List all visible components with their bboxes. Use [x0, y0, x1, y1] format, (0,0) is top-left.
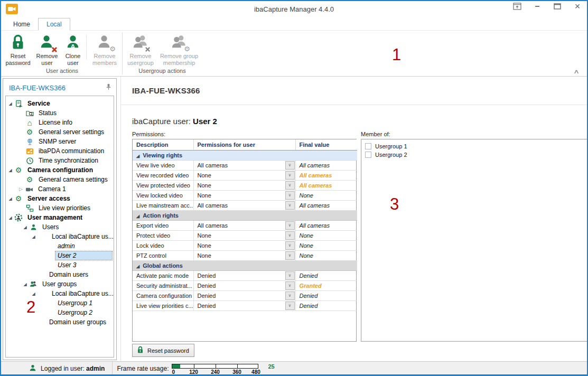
dropdown-button[interactable]: ∨ — [285, 292, 295, 300]
tree-item-ibapda-communication[interactable]: ibaPDA communication — [6, 146, 114, 156]
expand-arrow-icon[interactable]: ◢ — [22, 282, 29, 287]
annotation-2: 2 — [26, 299, 35, 315]
lock-icon — [9, 33, 27, 51]
column-header[interactable]: Final value — [295, 139, 357, 150]
tree-item-usergroup-2[interactable]: Usergroup 2 — [6, 308, 114, 317]
dropdown-button[interactable]: ∨ — [285, 191, 295, 200]
ribbon-group-separator — [122, 32, 123, 74]
clone-user-icon: A — [64, 33, 82, 51]
server-title: IBA-FUE-WKS366 — [121, 77, 588, 105]
tree-item-user-groups[interactable]: ◢ User groups — [6, 279, 114, 289]
ribbon-group-label: Usergroup actions — [124, 67, 201, 76]
tree-item-local-ibacapture-usergroups[interactable]: ◢ Local ibaCapture us... — [6, 289, 114, 298]
group-row-action-rights[interactable]: ◢Action rights — [133, 210, 357, 220]
tree-item-usergroup-1[interactable]: Usergroup 1 — [6, 298, 114, 308]
tree-item-time-synchronization[interactable]: Time synchronization — [6, 156, 114, 165]
license-icon: ⌂ — [25, 118, 34, 127]
maximize-button[interactable] — [553, 2, 562, 11]
tree-item-domain-user-groups[interactable]: Domain user groups — [6, 317, 114, 327]
status-icon — [25, 109, 34, 117]
dropdown-button[interactable]: ∨ — [285, 251, 295, 260]
group-row-viewing-rights[interactable]: ◢Viewing rights — [133, 150, 357, 160]
member-usergroup-1[interactable]: Usergroup 1 — [365, 142, 584, 151]
reset-password-button[interactable]: Reset password — [3, 31, 33, 66]
tree-item-camera-configuration[interactable]: ◢ ⚙ Camera configuration — [6, 165, 114, 175]
member-usergroup-2[interactable]: Usergroup 2 — [365, 151, 584, 159]
remove-usergroup-button[interactable]: Remove usergroup — [124, 31, 157, 66]
table-row: Security administrat... Denied∨ Granted — [133, 280, 357, 290]
expand-arrow-icon[interactable]: ◢ — [7, 215, 14, 220]
tree-item-local-ibacapture-users[interactable]: ◢ Local ibaCapture us... — [6, 232, 114, 241]
tab-local[interactable]: Local — [38, 18, 70, 31]
dropdown-button[interactable]: ∨ — [285, 181, 295, 190]
collapsed-arrow-icon[interactable]: ▷ — [17, 186, 24, 192]
frame-rate-value: 25 — [268, 363, 274, 370]
collapse-ribbon-icon[interactable]: ∧ — [573, 68, 580, 75]
camera-icon — [24, 185, 34, 193]
group-row-global-actions[interactable]: ◢Global actions — [133, 260, 357, 270]
minimize-button[interactable]: – — [533, 2, 542, 11]
checkbox-icon[interactable] — [365, 143, 371, 149]
globe-icon — [25, 137, 34, 146]
column-header[interactable]: Description — [133, 139, 193, 150]
tree-item-server-access[interactable]: ◢ ⚙ Server access — [6, 194, 114, 203]
pin-window-icon[interactable] — [513, 2, 521, 11]
tree-item-user-2[interactable]: User 2 — [6, 251, 114, 260]
user-management-icon — [14, 213, 23, 222]
dropdown-button[interactable]: ∨ — [285, 171, 295, 180]
permissions-label: Permissions: — [132, 131, 357, 137]
remove-members-button[interactable]: ⚙ Remove members — [88, 31, 121, 66]
clone-user-button[interactable]: A Clone user — [61, 31, 85, 66]
dropdown-button[interactable]: ∨ — [285, 241, 295, 250]
expand-arrow-icon[interactable]: ◢ — [7, 168, 14, 173]
logged-in-label: Logged in user: admin — [41, 365, 105, 372]
table-row: View locked video None∨ None — [133, 190, 357, 200]
gauge-tick-label: 240 — [211, 369, 220, 375]
remove-members-icon: ⚙ — [96, 33, 114, 51]
table-row: View live video All cameras∨ All cameras — [133, 160, 357, 170]
expand-arrow-icon[interactable]: ◢ — [7, 101, 14, 106]
tree-item-service[interactable]: ◢ Service — [6, 99, 114, 108]
expand-arrow-icon[interactable]: ◢ — [7, 196, 14, 201]
expand-arrow-icon[interactable]: ◢ — [22, 225, 29, 230]
sidebar-title: IBA-FUE-WKS366 — [9, 84, 66, 92]
tree-item-snmp-server[interactable]: SNMP server — [6, 137, 114, 146]
dropdown-button[interactable]: ∨ — [285, 221, 295, 230]
tree-item-live-view-priorities[interactable]: Live view priorities — [6, 203, 114, 213]
frame-rate-label: Frame rate usage: — [117, 365, 169, 372]
close-button[interactable]: × — [573, 2, 582, 11]
dropdown-button[interactable]: ∨ — [285, 231, 295, 240]
column-header[interactable]: Permissions for user — [193, 139, 295, 150]
tree-item-admin[interactable]: admin — [6, 241, 114, 251]
tree-item-license-info[interactable]: ⌂ License info — [6, 118, 114, 127]
dropdown-button[interactable]: ∨ — [285, 281, 295, 290]
dropdown-button[interactable]: ∨ — [285, 302, 295, 310]
user-group-icon — [29, 280, 38, 288]
tree-item-general-server-settings[interactable]: ⚙ General server settings — [6, 127, 114, 137]
app-logo-icon — [6, 4, 18, 14]
gear-icon: ⚙ — [25, 175, 34, 184]
tree-item-domain-users[interactable]: Domain users — [6, 270, 114, 279]
expand-arrow-icon[interactable]: ◢ — [30, 234, 37, 239]
tree-item-camera-1[interactable]: ▷ Camera 1 — [6, 184, 114, 194]
reset-password-footer-button[interactable]: Reset password — [132, 344, 194, 357]
remove-group-membership-icon: ⚙ — [170, 33, 188, 51]
tree-item-status[interactable]: Status — [6, 108, 114, 118]
remove-user-button[interactable]: Remove user — [33, 31, 61, 66]
checkbox-icon[interactable] — [365, 152, 371, 158]
sidebar-panel: IBA-FUE-WKS366 ◢ Service Status ⌂ Licen — [3, 78, 117, 360]
tree-item-user-management[interactable]: ◢ User management — [6, 213, 114, 222]
group-collapse-icon: ◢ — [136, 154, 139, 158]
tree-item-users[interactable]: ◢ Users — [6, 222, 114, 232]
pin-icon[interactable] — [106, 83, 111, 92]
tree-item-general-camera-settings[interactable]: ⚙ General camera settings — [6, 175, 114, 184]
frame-rate-gauge: 0 120 240 360 480 — [172, 363, 263, 376]
tree-item-user-3[interactable]: User 3 — [6, 260, 114, 270]
dropdown-button[interactable]: ∨ — [285, 201, 295, 210]
dropdown-button[interactable]: ∨ — [285, 161, 295, 170]
remove-group-membership-button[interactable]: ⚙ Remove group membership — [157, 31, 201, 66]
dropdown-button[interactable]: ∨ — [285, 271, 295, 280]
gear-icon: ⚙ — [25, 128, 34, 136]
tab-home[interactable]: Home — [5, 18, 38, 30]
expand-arrow-icon[interactable]: ◢ — [30, 292, 37, 296]
